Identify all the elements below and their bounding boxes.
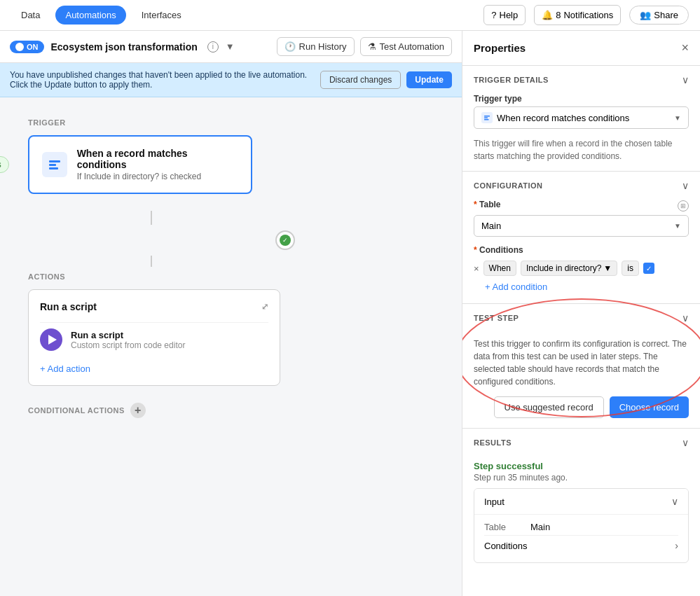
condition-when: When [483,261,516,276]
test-step-chevron-icon: ∨ [682,312,689,324]
unpublished-banner: You have unpublished changes that haven'… [0,63,462,97]
add-conditional-button[interactable]: + [130,403,146,418]
condition-remove-button[interactable]: × [474,263,479,274]
dropdown-arrow-icon: ▼ [674,114,681,122]
right-panel: Properties × TRIGGER DETAILS ∨ Trigger t… [462,31,700,596]
help-icon: ? [491,10,496,20]
results-chevron-icon: ∨ [682,437,689,448]
flask-icon: ⚗ [368,41,376,52]
table-select[interactable]: Main ▼ [474,215,689,237]
use-suggested-record-button[interactable]: Use suggested record [494,396,604,418]
play-triangle [48,335,57,345]
info-icon: i [207,41,219,53]
svg-rect-2 [49,167,58,169]
toggle-circle [15,43,24,51]
nav-interfaces[interactable]: Interfaces [132,6,191,25]
test-step-header[interactable]: TEST STEP ∨ [462,304,700,332]
input-collapse-body: Table Main Conditions › [474,514,688,562]
play-icon [40,328,62,351]
test-step-description: Test this trigger to confirm its configu… [462,332,700,396]
content-wrap: ON Ecosystem json transformation i ▼ 🕐 R… [0,31,700,596]
table-row-input: Table Main [484,519,678,535]
conditional-label: CONDITIONAL ACTIONS + [28,403,434,418]
field-dropdown-icon: ▼ [603,263,612,273]
canvas-content: TRIGGER ✓ Review test results [0,97,462,439]
conditions-field-label: Conditions [462,245,700,255]
trigger-block: ✓ Review test results When a rec [28,135,434,194]
svg-rect-4 [484,118,488,119]
condition-field-select[interactable]: Include in directory? ▼ [521,261,617,276]
table-field-label: Table [474,200,500,209]
conditional-actions-section: CONDITIONAL ACTIONS + [28,403,434,418]
share-icon: 👥 [640,10,651,20]
svg-rect-0 [49,160,60,162]
expand-icon[interactable]: ⤢ [261,302,268,312]
action-card: Run a script ⤢ Run a script Custom scrip… [28,289,280,386]
discard-changes-button[interactable]: Discard changes [320,71,401,89]
input-collapsible: Input ∨ Table Main Conditions › [474,488,689,563]
panel-header: Properties × [462,31,700,66]
table-dropdown-icon: ▼ [674,222,681,230]
trigger-text: When a record matches conditions If Incl… [77,148,238,181]
trigger-description: This trigger will fire when a record in … [462,137,700,171]
add-action-button[interactable]: + Add action [40,363,268,374]
step-success-badge: Step successful [462,457,700,473]
trigger-details-section[interactable]: TRIGGER DETAILS ∨ [462,66,700,94]
actions-block: ACTIONS Run a script ⤢ Run a script Cust… [28,272,434,386]
canvas-area: ON Ecosystem json transformation i ▼ 🕐 R… [0,31,462,596]
trigger-type-select-wrap: When record matches conditions ▼ [462,106,700,137]
test-automation-button[interactable]: ⚗ Test Automation [360,37,453,56]
actions-label: ACTIONS [28,272,434,281]
condition-row: × When Include in directory? ▼ is ✓ [474,258,689,279]
action-item-text: Run a script Custom script from code edi… [71,330,185,350]
bell-icon: 🔔 [542,10,553,20]
config-section: CONFIGURATION ∨ Table ⊞ Main ▼ Condition… [462,171,700,303]
history-icon: 🕐 [284,41,296,52]
action-card-header: Run a script ⤢ [40,301,268,312]
share-button[interactable]: 👥 Share [629,6,689,25]
review-badge[interactable]: ✓ Review test results [0,156,9,173]
input-collapse-header[interactable]: Input ∨ [474,489,688,514]
toggle-on[interactable]: ON [10,41,44,53]
panel-title: Properties [474,42,526,54]
svg-rect-3 [484,116,490,117]
notifications-button[interactable]: 🔔 8 Notifications [534,5,621,25]
nav-right-group: ? Help 🔔 8 Notifications 👥 Share [483,5,689,25]
trigger-icon [42,152,67,177]
update-button[interactable]: Update [406,71,452,88]
conditions-chevron-right-icon: › [675,540,678,551]
results-section-header[interactable]: RESULTS ∨ [462,429,700,457]
condition-is: is [622,261,639,276]
results-section: RESULTS ∨ Step successful Step run 35 mi… [462,428,700,569]
trigger-type-select[interactable]: When record matches conditions ▼ [474,106,689,129]
nav-data[interactable]: Data [11,6,50,25]
nav-automations[interactable]: Automations [55,6,125,25]
banner-text: You have unpublished changes that haven'… [10,70,315,90]
close-button[interactable]: × [681,41,689,55]
node-check: ✓ [280,235,291,246]
dropdown-icon[interactable]: ▼ [226,41,235,52]
help-button[interactable]: ? Help [483,5,526,25]
trigger-type-value: When record matches conditions [481,112,629,123]
action-node: ✓ [275,230,295,250]
trigger-type-label: Trigger type [462,94,700,104]
trigger-card[interactable]: When a record matches conditions If Incl… [28,135,252,194]
table-info-icon[interactable]: ⊞ [678,200,689,212]
top-nav: Data Automations Interfaces ? Help 🔔 8 N… [0,0,700,31]
conditions-row[interactable]: Conditions › [484,535,678,555]
chevron-down-icon: ∨ [682,74,689,85]
trigger-label: TRIGGER [28,118,434,127]
trigger-mini-icon [481,112,493,123]
run-history-button[interactable]: 🕐 Run History [277,37,355,56]
choose-record-button[interactable]: Choose record [610,396,689,418]
config-section-header[interactable]: CONFIGURATION ∨ [462,172,700,200]
test-step-section: TEST STEP ∨ Test this trigger to confirm… [462,303,700,428]
input-chevron-icon: ∨ [671,496,678,507]
add-condition-button[interactable]: + Add condition [474,279,689,295]
config-chevron-icon: ∨ [682,180,689,191]
test-step-buttons: Use suggested record Choose record [462,396,700,428]
table-select-wrap: Main ▼ [462,215,700,245]
step-run-info: Step run 35 minutes ago. [462,473,700,488]
automation-name: Ecosystem json transformation [51,41,198,53]
condition-check-value: ✓ [643,263,654,274]
